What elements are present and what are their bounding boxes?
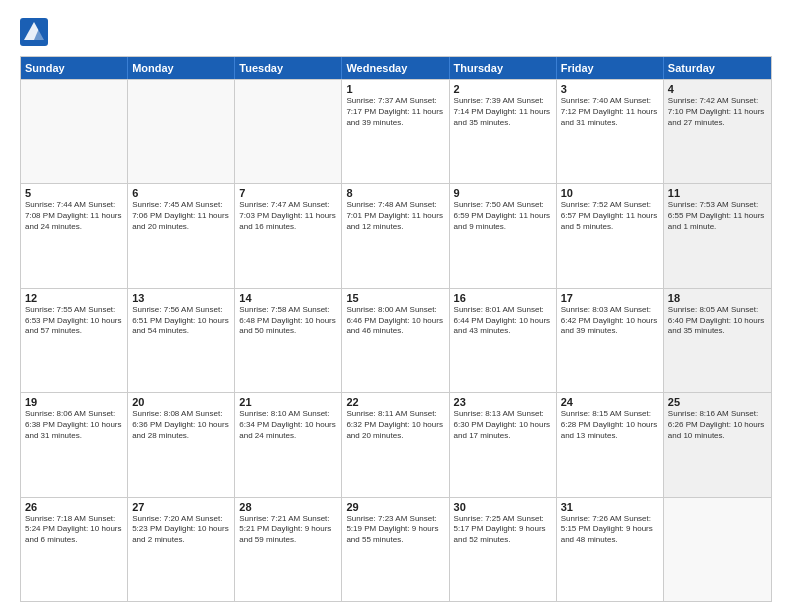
day-info: Sunrise: 8:00 AM Sunset: 6:46 PM Dayligh… (346, 305, 444, 337)
day-info: Sunrise: 7:53 AM Sunset: 6:55 PM Dayligh… (668, 200, 767, 232)
day-info: Sunrise: 7:37 AM Sunset: 7:17 PM Dayligh… (346, 96, 444, 128)
day-info: Sunrise: 7:42 AM Sunset: 7:10 PM Dayligh… (668, 96, 767, 128)
day-header-thursday: Thursday (450, 57, 557, 79)
calendar-cell: 12Sunrise: 7:55 AM Sunset: 6:53 PM Dayli… (21, 289, 128, 392)
calendar-cell: 23Sunrise: 8:13 AM Sunset: 6:30 PM Dayli… (450, 393, 557, 496)
page-header (20, 18, 772, 46)
calendar-cell: 15Sunrise: 8:00 AM Sunset: 6:46 PM Dayli… (342, 289, 449, 392)
calendar-cell: 31Sunrise: 7:26 AM Sunset: 5:15 PM Dayli… (557, 498, 664, 601)
day-info: Sunrise: 7:50 AM Sunset: 6:59 PM Dayligh… (454, 200, 552, 232)
day-number: 19 (25, 396, 123, 408)
day-number: 14 (239, 292, 337, 304)
day-info: Sunrise: 7:44 AM Sunset: 7:08 PM Dayligh… (25, 200, 123, 232)
day-number: 22 (346, 396, 444, 408)
day-header-tuesday: Tuesday (235, 57, 342, 79)
day-number: 29 (346, 501, 444, 513)
day-number: 18 (668, 292, 767, 304)
day-header-friday: Friday (557, 57, 664, 79)
day-info: Sunrise: 7:47 AM Sunset: 7:03 PM Dayligh… (239, 200, 337, 232)
day-number: 13 (132, 292, 230, 304)
day-number: 11 (668, 187, 767, 199)
day-number: 12 (25, 292, 123, 304)
calendar-cell: 17Sunrise: 8:03 AM Sunset: 6:42 PM Dayli… (557, 289, 664, 392)
day-number: 8 (346, 187, 444, 199)
day-number: 30 (454, 501, 552, 513)
day-info: Sunrise: 8:13 AM Sunset: 6:30 PM Dayligh… (454, 409, 552, 441)
calendar-cell: 13Sunrise: 7:56 AM Sunset: 6:51 PM Dayli… (128, 289, 235, 392)
calendar-cell: 16Sunrise: 8:01 AM Sunset: 6:44 PM Dayli… (450, 289, 557, 392)
day-info: Sunrise: 7:23 AM Sunset: 5:19 PM Dayligh… (346, 514, 444, 546)
calendar-cell: 22Sunrise: 8:11 AM Sunset: 6:32 PM Dayli… (342, 393, 449, 496)
calendar-week-3: 12Sunrise: 7:55 AM Sunset: 6:53 PM Dayli… (21, 288, 771, 392)
calendar-cell: 26Sunrise: 7:18 AM Sunset: 5:24 PM Dayli… (21, 498, 128, 601)
day-info: Sunrise: 7:39 AM Sunset: 7:14 PM Dayligh… (454, 96, 552, 128)
day-info: Sunrise: 8:08 AM Sunset: 6:36 PM Dayligh… (132, 409, 230, 441)
calendar-cell (235, 80, 342, 183)
calendar-cell: 11Sunrise: 7:53 AM Sunset: 6:55 PM Dayli… (664, 184, 771, 287)
calendar-cell: 6Sunrise: 7:45 AM Sunset: 7:06 PM Daylig… (128, 184, 235, 287)
day-number: 21 (239, 396, 337, 408)
calendar-cell: 8Sunrise: 7:48 AM Sunset: 7:01 PM Daylig… (342, 184, 449, 287)
day-header-saturday: Saturday (664, 57, 771, 79)
day-info: Sunrise: 8:10 AM Sunset: 6:34 PM Dayligh… (239, 409, 337, 441)
day-info: Sunrise: 7:26 AM Sunset: 5:15 PM Dayligh… (561, 514, 659, 546)
calendar-cell (664, 498, 771, 601)
calendar-body: 1Sunrise: 7:37 AM Sunset: 7:17 PM Daylig… (21, 79, 771, 601)
calendar-cell: 27Sunrise: 7:20 AM Sunset: 5:23 PM Dayli… (128, 498, 235, 601)
calendar-week-1: 1Sunrise: 7:37 AM Sunset: 7:17 PM Daylig… (21, 79, 771, 183)
day-header-sunday: Sunday (21, 57, 128, 79)
day-number: 25 (668, 396, 767, 408)
day-number: 9 (454, 187, 552, 199)
day-number: 28 (239, 501, 337, 513)
day-number: 4 (668, 83, 767, 95)
day-header-wednesday: Wednesday (342, 57, 449, 79)
day-number: 23 (454, 396, 552, 408)
calendar-cell: 2Sunrise: 7:39 AM Sunset: 7:14 PM Daylig… (450, 80, 557, 183)
day-number: 2 (454, 83, 552, 95)
calendar-cell: 20Sunrise: 8:08 AM Sunset: 6:36 PM Dayli… (128, 393, 235, 496)
day-info: Sunrise: 8:11 AM Sunset: 6:32 PM Dayligh… (346, 409, 444, 441)
day-number: 31 (561, 501, 659, 513)
calendar-cell: 10Sunrise: 7:52 AM Sunset: 6:57 PM Dayli… (557, 184, 664, 287)
day-number: 24 (561, 396, 659, 408)
day-info: Sunrise: 7:56 AM Sunset: 6:51 PM Dayligh… (132, 305, 230, 337)
day-number: 15 (346, 292, 444, 304)
day-number: 3 (561, 83, 659, 95)
calendar-cell: 29Sunrise: 7:23 AM Sunset: 5:19 PM Dayli… (342, 498, 449, 601)
calendar-cell: 30Sunrise: 7:25 AM Sunset: 5:17 PM Dayli… (450, 498, 557, 601)
calendar-cell: 9Sunrise: 7:50 AM Sunset: 6:59 PM Daylig… (450, 184, 557, 287)
logo (20, 18, 52, 46)
day-info: Sunrise: 8:15 AM Sunset: 6:28 PM Dayligh… (561, 409, 659, 441)
day-info: Sunrise: 8:16 AM Sunset: 6:26 PM Dayligh… (668, 409, 767, 441)
day-info: Sunrise: 7:20 AM Sunset: 5:23 PM Dayligh… (132, 514, 230, 546)
day-info: Sunrise: 7:45 AM Sunset: 7:06 PM Dayligh… (132, 200, 230, 232)
day-number: 7 (239, 187, 337, 199)
day-info: Sunrise: 7:18 AM Sunset: 5:24 PM Dayligh… (25, 514, 123, 546)
day-info: Sunrise: 7:21 AM Sunset: 5:21 PM Dayligh… (239, 514, 337, 546)
day-number: 1 (346, 83, 444, 95)
day-info: Sunrise: 7:48 AM Sunset: 7:01 PM Dayligh… (346, 200, 444, 232)
calendar-header: SundayMondayTuesdayWednesdayThursdayFrid… (21, 57, 771, 79)
calendar-cell: 5Sunrise: 7:44 AM Sunset: 7:08 PM Daylig… (21, 184, 128, 287)
day-info: Sunrise: 7:40 AM Sunset: 7:12 PM Dayligh… (561, 96, 659, 128)
day-info: Sunrise: 7:58 AM Sunset: 6:48 PM Dayligh… (239, 305, 337, 337)
day-number: 20 (132, 396, 230, 408)
calendar-cell: 18Sunrise: 8:05 AM Sunset: 6:40 PM Dayli… (664, 289, 771, 392)
calendar-cell: 21Sunrise: 8:10 AM Sunset: 6:34 PM Dayli… (235, 393, 342, 496)
logo-icon (20, 18, 48, 46)
day-info: Sunrise: 7:25 AM Sunset: 5:17 PM Dayligh… (454, 514, 552, 546)
calendar-cell (21, 80, 128, 183)
day-number: 26 (25, 501, 123, 513)
day-number: 17 (561, 292, 659, 304)
calendar-cell: 28Sunrise: 7:21 AM Sunset: 5:21 PM Dayli… (235, 498, 342, 601)
day-number: 27 (132, 501, 230, 513)
day-number: 5 (25, 187, 123, 199)
day-info: Sunrise: 7:52 AM Sunset: 6:57 PM Dayligh… (561, 200, 659, 232)
calendar-cell: 7Sunrise: 7:47 AM Sunset: 7:03 PM Daylig… (235, 184, 342, 287)
day-number: 6 (132, 187, 230, 199)
calendar-cell: 24Sunrise: 8:15 AM Sunset: 6:28 PM Dayli… (557, 393, 664, 496)
calendar-week-4: 19Sunrise: 8:06 AM Sunset: 6:38 PM Dayli… (21, 392, 771, 496)
calendar-cell: 4Sunrise: 7:42 AM Sunset: 7:10 PM Daylig… (664, 80, 771, 183)
calendar-cell: 1Sunrise: 7:37 AM Sunset: 7:17 PM Daylig… (342, 80, 449, 183)
calendar-cell: 14Sunrise: 7:58 AM Sunset: 6:48 PM Dayli… (235, 289, 342, 392)
